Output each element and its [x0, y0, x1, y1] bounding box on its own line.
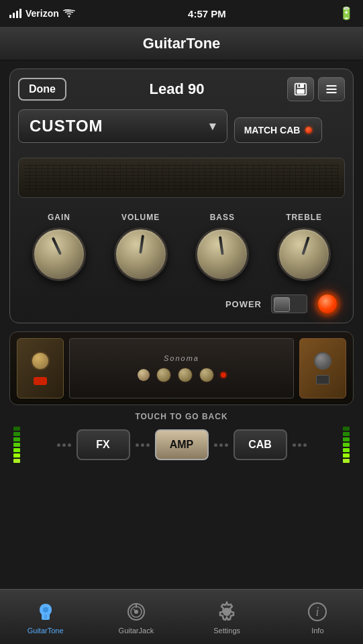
treble-label: TREBLE: [286, 213, 322, 222]
cab-knob-3: [199, 368, 214, 382]
volume-knob[interactable]: [114, 227, 168, 281]
settings-icon: [215, 600, 239, 624]
save-icon: [294, 83, 307, 96]
navigation-area: TOUCH TO GO BACK FX: [9, 412, 354, 463]
svg-rect-2: [297, 84, 304, 89]
cab-thumb-right: [299, 338, 346, 398]
tab-settings-label: Settings: [213, 627, 240, 635]
cab-main-display: Sonoma: [69, 338, 294, 398]
touch-to-go-back-label: TOUCH TO GO BACK: [9, 412, 354, 421]
app-title: GuitarTone: [143, 35, 221, 52]
dropdown-row: CUSTOM ▾ MATCH CAB: [18, 109, 345, 151]
volume-knob-group: VOLUME: [114, 213, 168, 281]
nav-buttons-row: FX AMP CAB: [9, 427, 354, 463]
tab-settings[interactable]: Settings: [182, 600, 272, 635]
cab-power-dot: [138, 369, 150, 381]
guitartone-icon: [34, 600, 58, 624]
nav-cab-label: CAB: [248, 439, 272, 451]
bass-knob-indicator: [219, 236, 224, 255]
amp-type-label: CUSTOM: [30, 117, 103, 136]
nav-fx-left: [57, 443, 71, 447]
knobs-row: GAIN VOLUME BASS TREBLE: [18, 213, 345, 281]
status-bar: Verizon 4:57 PM 🔋: [0, 0, 363, 27]
svg-rect-3: [297, 89, 305, 94]
svg-rect-4: [299, 85, 301, 87]
bass-label: BASS: [210, 213, 235, 222]
list-button[interactable]: [318, 77, 345, 101]
cab-panel: Sonoma: [9, 331, 354, 405]
nav-fx-label: FX: [96, 439, 109, 451]
bass-knob[interactable]: [195, 227, 249, 281]
status-right: 🔋: [339, 6, 354, 21]
list-icon: [325, 83, 338, 96]
power-label: POWER: [225, 299, 262, 309]
cab-knob-1: [156, 368, 171, 382]
svg-point-0: [68, 15, 70, 17]
match-cab-label: MATCH CAB: [244, 125, 301, 136]
info-icon: i: [305, 600, 329, 624]
gain-knob-indicator: [52, 237, 62, 255]
tab-guitartone[interactable]: GuitarTone: [0, 600, 91, 635]
wifi-icon: [63, 9, 75, 18]
cab-brand-label: Sonoma: [164, 354, 199, 362]
main-panel: Done Lead 90 CUSTOM: [9, 68, 354, 323]
top-controls: Done Lead 90: [18, 77, 345, 101]
nav-amp-button[interactable]: AMP: [155, 429, 209, 460]
cab-thumb-left: [17, 338, 64, 398]
nav-btns-group: FX AMP CAB: [57, 429, 307, 460]
gain-knob-group: GAIN: [32, 213, 86, 281]
nav-fx-button[interactable]: FX: [76, 429, 130, 460]
treble-knob-indicator: [301, 236, 309, 255]
amp-type-dropdown[interactable]: CUSTOM ▾: [18, 109, 227, 143]
volume-knob-indicator: [139, 235, 144, 254]
nav-amp-label: AMP: [170, 439, 194, 451]
done-button[interactable]: Done: [18, 78, 66, 101]
power-switch[interactable]: [271, 294, 307, 313]
tab-guitarjack[interactable]: GuitarJack: [91, 600, 181, 635]
cab-red-button: [34, 377, 47, 385]
chevron-down-icon: ▾: [209, 119, 216, 133]
power-switch-thumb: [274, 297, 290, 312]
volume-label: VOLUME: [121, 213, 160, 222]
battery-icon: 🔋: [339, 6, 354, 21]
svg-point-8: [43, 607, 48, 612]
cab-small-knob: [31, 352, 50, 370]
power-section: POWER: [18, 293, 345, 315]
tab-info[interactable]: i Info: [272, 600, 363, 635]
nav-cab-button[interactable]: CAB: [234, 429, 287, 460]
status-left: Verizon: [9, 8, 75, 19]
match-cab-indicator: [305, 127, 312, 133]
knobs-section: GAIN VOLUME BASS TREBLE: [18, 206, 345, 284]
amp-visual-area: [18, 158, 345, 198]
cab-controls: [138, 368, 226, 382]
cab-red-light: [221, 372, 226, 378]
match-cab-button[interactable]: MATCH CAB: [234, 117, 323, 143]
signal-bars: [9, 9, 21, 18]
bass-knob-group: BASS: [195, 213, 249, 281]
treble-knob[interactable]: [277, 227, 331, 281]
svg-text:i: i: [316, 605, 319, 619]
preset-name: Lead 90: [150, 80, 205, 98]
carrier-label: Verizon: [25, 8, 59, 19]
tab-guitartone-label: GuitarTone: [28, 627, 64, 635]
guitarjack-icon: [124, 600, 148, 624]
gain-label: GAIN: [48, 213, 70, 222]
svg-rect-9: [44, 614, 47, 619]
level-meter-left: [9, 427, 24, 463]
gain-knob[interactable]: [32, 227, 86, 281]
power-led: [317, 293, 338, 315]
tab-guitarjack-label: GuitarJack: [119, 627, 154, 635]
status-time: 4:57 PM: [188, 8, 226, 19]
cab-knob-2: [178, 368, 193, 382]
level-meter-right: [339, 427, 354, 463]
tab-info-label: Info: [311, 627, 323, 635]
icon-buttons: [287, 77, 345, 101]
save-button[interactable]: [287, 77, 314, 101]
treble-knob-group: TREBLE: [277, 213, 331, 281]
cab-right-switch: [316, 375, 329, 384]
cab-right-knob: [314, 352, 331, 370]
title-bar: GuitarTone: [0, 27, 363, 60]
tab-bar: GuitarTone GuitarJack Settings: [0, 589, 363, 644]
